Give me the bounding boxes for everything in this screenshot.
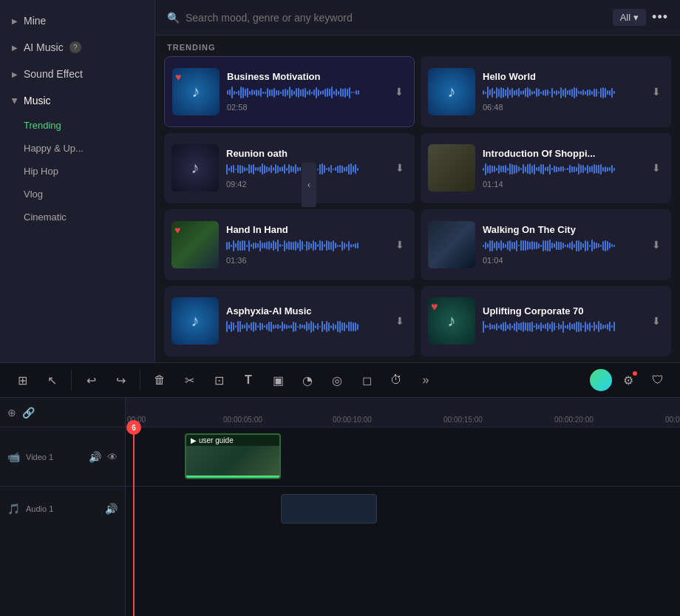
- card-thumbnail: ♥ ♪: [428, 297, 475, 345]
- speed-button[interactable]: ◔: [294, 367, 321, 393]
- ruler-mark: 00:00:20:00: [554, 416, 594, 424]
- card-thumbnail: ♥ ♪: [172, 68, 220, 115]
- download-button[interactable]: ⬇: [649, 159, 664, 177]
- music-card-hand-in-hand[interactable]: ♥ Hand In Hand 01:36 ⬇: [164, 209, 415, 280]
- toolbar: ⊞ ↖ ↩ ↪ 🗑 ✂ ⊡ T ▣ ◔ ◎ ◻ ⏱ » ⚙ 🛡: [0, 362, 680, 398]
- trending-label: TRENDING: [155, 35, 680, 56]
- search-input[interactable]: [186, 12, 607, 24]
- search-bar: 🔍 All ▾ •••: [155, 0, 680, 35]
- undo-button[interactable]: ↩: [78, 367, 104, 393]
- user-avatar[interactable]: [590, 369, 612, 391]
- waveform: [483, 319, 642, 334]
- filter-dropdown[interactable]: All ▾: [613, 9, 646, 26]
- sidebar-item-music[interactable]: ▶ Music: [0, 87, 154, 114]
- sidebar-sub-item-cinematic[interactable]: Cinematic: [24, 206, 154, 229]
- audio-volume-icon[interactable]: 🔊: [105, 503, 118, 515]
- music-note-icon: ♪: [191, 311, 200, 331]
- toolbar-separator: [140, 370, 140, 390]
- sidebar-sub-item-vlog[interactable]: Vlog: [24, 183, 154, 206]
- sidebar-sub-item-trending[interactable]: Trending: [24, 114, 154, 137]
- card-title: Uplifting Corporate 70: [483, 305, 642, 317]
- sidebar-item-sound-effect[interactable]: ▶ Sound Effect: [0, 61, 154, 87]
- playhead-marker: 6: [126, 420, 141, 435]
- more-tools-button[interactable]: »: [412, 367, 439, 393]
- music-card-hello-world[interactable]: ♪ Hello World 06:48 ⬇: [421, 56, 671, 127]
- music-note-icon: ♪: [448, 82, 456, 101]
- card-title: Walking On The City: [483, 224, 642, 235]
- settings-button[interactable]: ⚙: [615, 367, 642, 393]
- redo-button[interactable]: ↪: [107, 367, 134, 393]
- timeline-area: ⊕ 🔗 📹 Video 1 🔊 👁 🎵 Audio 1 🔊 00:00 00:0…: [0, 398, 680, 616]
- download-button[interactable]: ⬇: [649, 236, 664, 254]
- chevron-left-icon: ‹: [307, 180, 310, 190]
- filter-label: All: [620, 12, 630, 23]
- waveform: [483, 162, 642, 177]
- sidebar-collapse-button[interactable]: ‹: [302, 163, 316, 207]
- chevron-down-icon: ▾: [633, 12, 639, 23]
- color-button[interactable]: ◎: [324, 367, 350, 393]
- card-thumbnail: [428, 221, 475, 268]
- crop-button[interactable]: ⊡: [205, 367, 232, 393]
- sidebar-item-ai-music[interactable]: ▶ AI Music ?: [0, 34, 154, 61]
- video-clip-preview: [186, 446, 279, 475]
- card-title: Hello World: [483, 71, 642, 82]
- card-time: 01:36: [226, 256, 385, 265]
- timer-button[interactable]: ⏱: [383, 367, 409, 393]
- more-options-button[interactable]: •••: [652, 10, 668, 25]
- music-card-business-motivation[interactable]: ♥ ♪ Business Motivation 02:58 ⬇: [164, 56, 415, 127]
- split-view-button[interactable]: ⊞: [9, 367, 35, 393]
- transform-button[interactable]: ▣: [265, 367, 291, 393]
- card-thumbnail: [428, 144, 475, 192]
- sidebar-sub-item-hiphop[interactable]: Hip Hop: [24, 160, 154, 183]
- ruler-mark: 00:00:10:00: [333, 416, 372, 424]
- card-time: 06:48: [483, 103, 642, 112]
- timeline-tracks: 6 ▶ user guide: [126, 427, 680, 616]
- music-card-uplifting-corporate[interactable]: ♥ ♪ Uplifting Corporate 70 ⬇: [421, 286, 671, 357]
- card-title: Asphyxia-AI Music: [226, 305, 385, 317]
- heart-icon: ♥: [431, 300, 438, 314]
- music-grid: ♥ ♪ Business Motivation 02:58 ⬇ ♪ Hello …: [155, 56, 680, 362]
- download-button[interactable]: ⬇: [392, 159, 407, 177]
- shield-button[interactable]: 🛡: [645, 367, 671, 393]
- text-button[interactable]: T: [235, 367, 262, 393]
- keyframe-button[interactable]: ◻: [353, 367, 380, 393]
- sidebar-item-mine[interactable]: ▶ Mine: [0, 7, 154, 34]
- download-button[interactable]: ⬇: [392, 236, 407, 254]
- waveform: [226, 319, 385, 334]
- arrow-icon: ▶: [12, 44, 18, 52]
- track-label-text: Audio 1: [26, 504, 53, 513]
- heart-icon: ♥: [174, 224, 180, 236]
- download-button[interactable]: ⬇: [649, 312, 664, 330]
- timeline-ruler: 00:00 00:00:05:00 00:00:10:00 00:00:15:0…: [126, 398, 680, 427]
- sidebar-sub-item-happy[interactable]: Happy & Up...: [24, 137, 154, 160]
- sidebar-sub-menu: Trending Happy & Up... Hip Hop Vlog Cine…: [0, 114, 154, 229]
- delete-button[interactable]: 🗑: [146, 367, 173, 393]
- link-icon[interactable]: 🔗: [22, 407, 35, 419]
- download-button[interactable]: ⬇: [649, 83, 664, 101]
- cursor-button[interactable]: ↖: [38, 367, 65, 393]
- card-info: Introduction Of Shoppi... 01:14: [483, 148, 642, 189]
- cut-button[interactable]: ✂: [176, 367, 203, 393]
- sidebar-item-sound-effect-label: Sound Effect: [24, 68, 83, 80]
- music-card-introduction-shopping[interactable]: Introduction Of Shoppi... 01:14 ⬇: [421, 133, 671, 204]
- download-button[interactable]: ⬇: [392, 312, 407, 330]
- track-label-text: Video 1: [26, 453, 53, 461]
- music-card-reunion-oath[interactable]: ♪ Reunion oath 09:42 ⬇: [164, 133, 415, 204]
- eye-icon[interactable]: 👁: [107, 451, 118, 463]
- ai-music-badge: ?: [69, 41, 81, 53]
- video-clip[interactable]: ▶ user guide: [185, 433, 281, 479]
- download-button[interactable]: ⬇: [392, 83, 407, 101]
- playhead[interactable]: 6: [133, 427, 135, 616]
- heart-icon: ♥: [175, 71, 181, 83]
- track-header-video: ⊕ 🔗: [0, 398, 125, 427]
- volume-icon[interactable]: 🔊: [89, 451, 101, 463]
- add-track-icon[interactable]: ⊕: [7, 407, 16, 419]
- audio-clip[interactable]: [281, 494, 377, 524]
- card-title: Reunion oath: [226, 148, 385, 159]
- music-card-walking-city[interactable]: Walking On The City 01:04 ⬇: [421, 209, 671, 280]
- video-track: ▶ user guide: [126, 427, 680, 487]
- waveform: [483, 85, 642, 100]
- music-card-asphyxia[interactable]: ♪ Asphyxia-AI Music ⬇: [164, 286, 415, 357]
- timeline-content: 00:00 00:00:05:00 00:00:10:00 00:00:15:0…: [126, 398, 680, 616]
- playhead-time: 6: [132, 424, 136, 432]
